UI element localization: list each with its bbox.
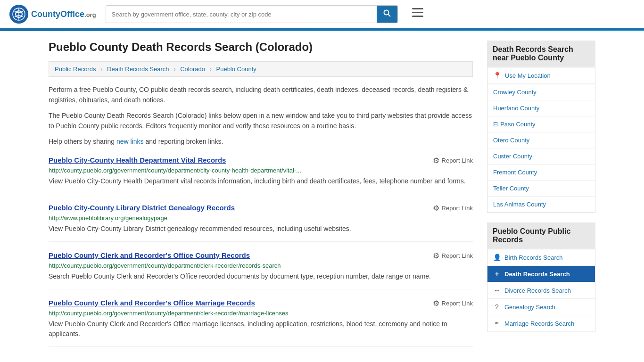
search-button[interactable] xyxy=(377,6,397,23)
nearby-county-link-2[interactable]: El Paso County xyxy=(487,116,595,132)
report-icon-1: ⚙ xyxy=(433,204,439,213)
site-logo[interactable]: CountyOffice.org xyxy=(9,5,96,24)
nearby-county-link-4[interactable]: Custer County xyxy=(487,148,595,164)
logo-text: CountyOffice.org xyxy=(31,9,96,19)
record-title-1[interactable]: Pueblo City-County Library District Gene… xyxy=(49,204,235,212)
use-location-label: Use My Location xyxy=(505,72,551,79)
nearby-county-item[interactable]: Custer County xyxy=(487,148,595,165)
public-records-list: 👤Birth Records Search+Death Records Sear… xyxy=(487,249,595,332)
record-entry: Pueblo City-County Library District Gene… xyxy=(49,204,473,242)
record-entry: Pueblo County Clerk and Recorder's Offic… xyxy=(49,299,473,347)
breadcrumb-death-records[interactable]: Death Records Search xyxy=(107,66,169,73)
nearby-county-item[interactable]: Huerfano County xyxy=(487,100,595,116)
new-links-link[interactable]: new links xyxy=(116,138,144,145)
record-title-0[interactable]: Pueblo City-County Health Department Vit… xyxy=(49,156,226,164)
record-header: Pueblo County Clerk and Recorder's Offic… xyxy=(49,251,473,260)
public-records-link-0[interactable]: 👤Birth Records Search xyxy=(487,249,595,266)
record-url-2[interactable]: http://county.pueblo.org/government/coun… xyxy=(49,262,473,269)
search-bar xyxy=(106,5,398,23)
public-records-icon-2: ↔ xyxy=(493,287,501,294)
report-icon-2: ⚙ xyxy=(433,251,439,260)
main-container: Pueblo County Death Records Search (Colo… xyxy=(39,31,605,356)
record-desc-0: View Pueblo City-County Health Departmen… xyxy=(49,176,473,186)
public-records-link-4[interactable]: ⚭Marriage Records Search xyxy=(487,315,595,332)
nearby-header: Death Records Search near Pueblo County xyxy=(487,41,595,67)
search-input[interactable] xyxy=(106,7,377,22)
record-url-0[interactable]: http://county.pueblo.org/government/coun… xyxy=(49,167,473,174)
content-area: Pueblo County Death Records Search (Colo… xyxy=(49,41,473,347)
report-label-2: Report Link xyxy=(442,252,473,259)
public-records-label-4: Marriage Records Search xyxy=(504,320,574,327)
public-records-section: Pueblo County Public Records 👤Birth Reco… xyxy=(487,222,595,332)
report-label-3: Report Link xyxy=(442,300,473,307)
public-records-label-1: Death Records Search xyxy=(504,271,570,278)
report-link-0[interactable]: ⚙ Report Link xyxy=(433,156,473,165)
record-header: Pueblo City-County Health Department Vit… xyxy=(49,156,473,165)
logo-icon xyxy=(9,5,28,24)
record-header: Pueblo County Clerk and Recorder's Offic… xyxy=(49,299,473,308)
breadcrumb-colorado[interactable]: Colorado xyxy=(180,66,205,73)
svg-line-4 xyxy=(388,15,390,17)
nearby-county-item[interactable]: El Paso County xyxy=(487,116,595,132)
nearby-county-item[interactable]: Fremont County xyxy=(487,165,595,181)
public-records-header: Pueblo County Public Records xyxy=(487,222,595,249)
public-records-link-3[interactable]: ?Genealogy Search xyxy=(487,299,595,315)
svg-rect-7 xyxy=(412,16,423,17)
nearby-county-link-5[interactable]: Fremont County xyxy=(487,165,595,180)
public-records-label-0: Birth Records Search xyxy=(504,254,563,261)
nearby-county-link-3[interactable]: Otero County xyxy=(487,132,595,148)
nearby-list: 📍 Use My Location Crowley CountyHuerfano… xyxy=(487,67,595,213)
menu-button[interactable] xyxy=(412,8,423,20)
public-records-icon-1: + xyxy=(493,270,501,278)
report-label-0: Report Link xyxy=(442,157,473,164)
record-url-3[interactable]: http://county.pueblo.org/government/coun… xyxy=(49,310,473,317)
breadcrumb: Public Records › Death Records Search › … xyxy=(49,61,473,77)
breadcrumb-sep-1: › xyxy=(100,66,102,73)
public-records-link-2[interactable]: ↔Divorce Records Search xyxy=(487,282,595,299)
breadcrumb-pueblo-county[interactable]: Pueblo County xyxy=(216,66,256,73)
public-records-label-3: Genealogy Search xyxy=(504,304,555,311)
records-container: Pueblo City-County Health Department Vit… xyxy=(49,156,473,347)
nearby-county-link-1[interactable]: Huerfano County xyxy=(487,100,595,116)
public-records-item[interactable]: ↔Divorce Records Search xyxy=(487,282,595,299)
record-desc-1: View Pueblo City-County Library District… xyxy=(49,224,473,234)
nearby-section: Death Records Search near Pueblo County … xyxy=(487,41,595,213)
svg-point-3 xyxy=(384,10,388,15)
report-link-3[interactable]: ⚙ Report Link xyxy=(433,299,473,308)
record-title-2[interactable]: Pueblo County Clerk and Recorder's Offic… xyxy=(49,251,250,259)
public-records-label-2: Divorce Records Search xyxy=(504,287,571,294)
public-records-icon-0: 👤 xyxy=(493,254,501,261)
nearby-county-link-6[interactable]: Teller County xyxy=(487,181,595,196)
record-desc-3: View Pueblo County Clerk and Recorder's … xyxy=(49,319,473,339)
record-desc-2: Search Pueblo County Clerk and Recorder'… xyxy=(49,272,473,281)
record-url-1[interactable]: http://www.pueblolibrary.org/genealogypa… xyxy=(49,214,473,222)
description-1: Perform a free Pueblo County, CO public … xyxy=(49,84,473,106)
report-link-2[interactable]: ⚙ Report Link xyxy=(433,251,473,260)
use-location-item[interactable]: 📍 Use My Location xyxy=(487,67,595,84)
breadcrumb-public-records[interactable]: Public Records xyxy=(55,66,96,73)
public-records-item[interactable]: ?Genealogy Search xyxy=(487,299,595,315)
breadcrumb-sep-3: › xyxy=(210,66,212,73)
description-3: Help others by sharing new links and rep… xyxy=(49,136,473,147)
nearby-county-item[interactable]: Otero County xyxy=(487,132,595,148)
nearby-county-link-0[interactable]: Crowley County xyxy=(487,84,595,100)
record-title-3[interactable]: Pueblo County Clerk and Recorder's Offic… xyxy=(49,299,255,307)
public-records-item[interactable]: ⚭Marriage Records Search xyxy=(487,315,595,332)
use-location-link[interactable]: 📍 Use My Location xyxy=(487,67,595,84)
nearby-county-item[interactable]: Teller County xyxy=(487,181,595,197)
public-records-icon-3: ? xyxy=(493,303,501,311)
site-header: CountyOffice.org xyxy=(0,0,644,30)
pin-icon: 📍 xyxy=(493,72,501,79)
report-label-1: Report Link xyxy=(442,205,473,212)
nearby-county-link-7[interactable]: Las Animas County xyxy=(487,197,595,212)
public-records-item[interactable]: +Death Records Search xyxy=(487,266,595,282)
public-records-icon-4: ⚭ xyxy=(493,320,501,327)
record-entry: Pueblo City-County Health Department Vit… xyxy=(49,156,473,194)
public-records-item[interactable]: 👤Birth Records Search xyxy=(487,249,595,266)
report-icon-0: ⚙ xyxy=(433,156,439,165)
public-records-link-1[interactable]: +Death Records Search xyxy=(487,266,595,282)
nearby-county-item[interactable]: Crowley County xyxy=(487,84,595,100)
report-link-1[interactable]: ⚙ Report Link xyxy=(433,204,473,213)
report-icon-3: ⚙ xyxy=(433,299,439,308)
nearby-county-item[interactable]: Las Animas County xyxy=(487,197,595,213)
